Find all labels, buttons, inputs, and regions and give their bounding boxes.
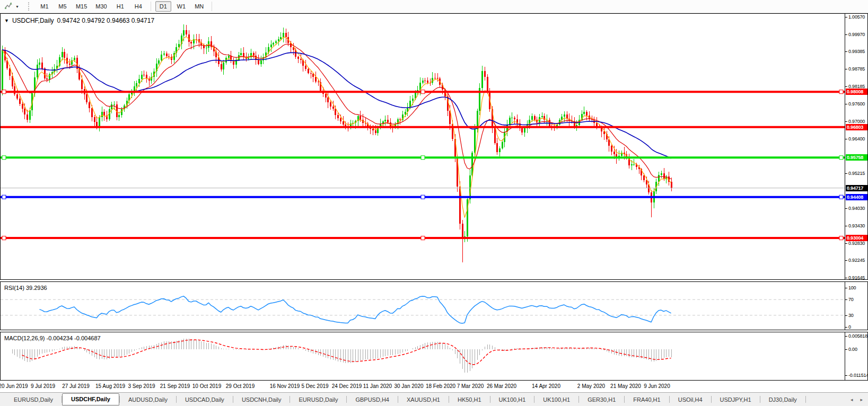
timeframe-button-w1[interactable]: W1: [173, 1, 189, 12]
x-axis-label: 7 Mar 2020: [457, 383, 484, 389]
price-tick-label: 0.92830: [848, 241, 865, 246]
horizontal-line-0.98008[interactable]: [1, 90, 845, 94]
toolbar: ▼ M1M5M15M30H1H4D1W1MN: [0, 0, 868, 13]
axis-tick: [845, 17, 847, 17]
x-axis-label: 16 Nov 2019: [270, 383, 300, 389]
moving-average-13: [2, 44, 671, 179]
tab-scroll-arrows: ◂ ▸: [851, 397, 863, 402]
timeframe-button-h4[interactable]: H4: [130, 1, 146, 12]
x-axis-label: 20 Jun 2019: [0, 383, 28, 389]
x-axis-label: 14 Apr 2020: [532, 383, 560, 389]
toolbar-separator: [151, 2, 151, 11]
tab-eurusd-daily[interactable]: EURUSD,Daily: [5, 394, 62, 405]
x-axis-label: 3 Sep 2019: [128, 383, 155, 389]
timeframe-button-h1[interactable]: H1: [112, 1, 128, 12]
price-tick-label: 1.00570: [848, 14, 865, 20]
rsi-tick-label: 30: [848, 313, 854, 318]
axis-tick: [845, 327, 847, 328]
tab-fra40-h1[interactable]: FRA40,H1: [625, 394, 669, 405]
tab-separator: [805, 396, 806, 403]
price-tick-label: 0.98785: [848, 66, 865, 72]
price-line-label: 0.94408: [846, 194, 867, 200]
tab-uk100-h1[interactable]: UK100,H1: [490, 394, 534, 405]
x-axis-label: 30 Jan 2020: [394, 383, 423, 389]
price-line-label: 0.93004: [846, 235, 867, 241]
dropdown-arrow-icon[interactable]: ▼: [4, 18, 9, 23]
axis-tick: [845, 104, 847, 104]
axis-tick: [845, 173, 847, 174]
x-axis-label: 9 Jun 2020: [644, 383, 670, 389]
price-tick-label: 0.97000: [848, 119, 865, 124]
rsi-label: RSI(14) 39.2936: [4, 285, 47, 291]
trading-app-window: ▼ M1M5M15M30H1H4D1W1MN ▼ USDCHF,Daily 0.…: [0, 0, 868, 406]
axis-tick: [845, 51, 847, 52]
tab-xauusd-h1[interactable]: XAUUSD,H1: [398, 394, 449, 405]
timeframe-button-m15[interactable]: M15: [73, 1, 90, 12]
chart-title-symbol: USDCHF,Daily: [12, 17, 54, 24]
axis-tick: [845, 139, 847, 139]
horizontal-line-0.95758[interactable]: [1, 156, 845, 160]
x-axis-label: 5 Dec 2019: [301, 383, 328, 389]
tab-usdcad-daily[interactable]: USDCAD,Daily: [177, 394, 233, 405]
tab-ger30-h1[interactable]: GER30,H1: [579, 394, 624, 405]
macd-tick-label: -0.011514: [848, 373, 868, 378]
tab-usdjpy-h1[interactable]: USDJPY,H1: [712, 394, 760, 405]
chevron-down-icon[interactable]: ▼: [15, 5, 19, 8]
timeframe-button-d1[interactable]: D1: [155, 1, 171, 12]
tab-dj30-daily[interactable]: DJ30,Daily: [760, 394, 805, 405]
axis-tick: [845, 243, 847, 244]
price-line-label: 0.98008: [846, 89, 867, 95]
x-axis-label: 10 Oct 2019: [192, 383, 221, 389]
x-axis-label: 29 Oct 2019: [226, 383, 255, 389]
cursor-tool-icon: [4, 1, 13, 12]
axis-tick: [845, 208, 847, 209]
timeframe-button-m5[interactable]: M5: [55, 1, 71, 12]
x-axis-label: 11 Jan 2020: [363, 383, 392, 389]
tab-eurusd-daily[interactable]: EURUSD,Daily: [290, 394, 346, 405]
rsi-tick-label: 100: [848, 285, 856, 290]
cursor-tool-button[interactable]: ▼: [2, 1, 22, 12]
main-chart-pane: ▼ USDCHF,Daily 0.94742 0.94792 0.94663 0…: [0, 13, 868, 280]
tab-uk100-h1[interactable]: UK100,H1: [534, 394, 578, 405]
macd-label: MACD(12,26,9) -0.004234 -0.004687: [4, 335, 101, 341]
toolbar-separator: [212, 2, 212, 11]
x-axis-label: 24 Dec 2019: [332, 383, 362, 389]
main-chart-svg: [1, 14, 845, 279]
axis-tick: [845, 86, 847, 87]
horizontal-line-0.93004[interactable]: [1, 236, 845, 240]
axis-tick: [845, 315, 847, 316]
axis-tick: [845, 375, 847, 376]
axis-tick: [845, 278, 847, 278]
timeframe-button-m30[interactable]: M30: [92, 1, 110, 12]
tab-usdcnh-daily[interactable]: USDCNH,Daily: [233, 394, 290, 405]
macd-signal-line: [22, 340, 671, 365]
timeframe-button-mn[interactable]: MN: [191, 1, 207, 12]
tab-usdchf-daily[interactable]: USDCHF,Daily: [62, 393, 119, 405]
axis-tick: [845, 226, 847, 226]
x-axis-label: 18 Feb 2020: [426, 383, 455, 389]
rsi-tick-label: 70: [848, 297, 854, 302]
price-tick-label: 0.96400: [848, 136, 865, 142]
axis-tick: [845, 34, 847, 35]
tab-scroll-right-icon[interactable]: ▸: [860, 397, 863, 402]
price-tick-label: 0.94030: [848, 206, 865, 211]
timeframe-button-m1[interactable]: M1: [37, 1, 52, 12]
candlestick-series: [2, 24, 672, 262]
horizontal-line-0.94408[interactable]: [1, 195, 845, 199]
tab-hk50-h1[interactable]: HK50,H1: [449, 394, 490, 405]
chart-tab-bar: EURUSD,DailyUSDCHF,DailyAUDUSD,DailyUSDC…: [0, 392, 868, 406]
x-axis-label: 9 Jul 2019: [31, 383, 55, 389]
price-line-label: 0.95758: [846, 154, 867, 161]
tab-gbpusd-h4[interactable]: GBPUSD,H4: [347, 394, 398, 405]
macd-svg: [1, 332, 845, 380]
tab-scroll-left-icon[interactable]: ◂: [851, 397, 853, 402]
macd-axis: 0.005818 0.00 -0.011514: [845, 332, 867, 380]
tab-audusd-daily[interactable]: AUDUSD,Daily: [120, 394, 176, 405]
x-axis-label: 27 Jul 2019: [62, 383, 90, 389]
tab-usoil-h4[interactable]: USOil,H4: [670, 394, 711, 405]
axis-tick: [845, 336, 847, 337]
x-axis-label: 2 May 2020: [577, 383, 605, 389]
x-axis-label: 26 Mar 2020: [487, 383, 516, 389]
rsi-line: [39, 296, 671, 323]
macd-histogram: [12, 339, 671, 373]
